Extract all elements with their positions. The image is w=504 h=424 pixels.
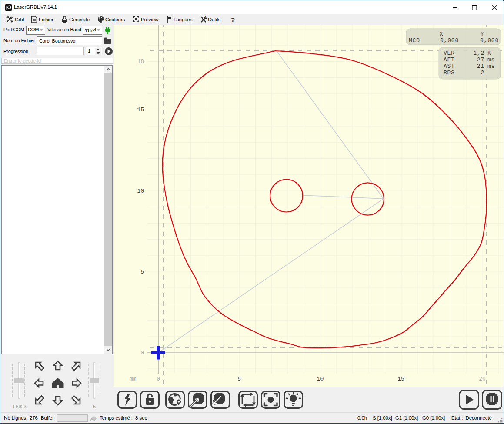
svg-text:RPS: RPS (444, 70, 455, 76)
svg-text:27: 27 (477, 57, 484, 63)
svg-text:5: 5 (237, 376, 241, 382)
svg-text:20: 20 (479, 376, 485, 382)
svg-text:10: 10 (317, 376, 324, 382)
svg-text:ms: ms (487, 57, 495, 63)
svg-text:0,000: 0,000 (480, 37, 499, 44)
svg-text:mm: mm (130, 376, 137, 382)
svg-text:MCO: MCO (409, 37, 420, 44)
svg-text:1,2: 1,2 (473, 50, 484, 57)
svg-text:0: 0 (140, 350, 144, 356)
svg-text:AST: AST (444, 63, 455, 70)
svg-text:Y: Y (481, 31, 484, 37)
svg-text:15: 15 (397, 376, 404, 382)
svg-text:18: 18 (137, 58, 144, 65)
svg-text:2: 2 (481, 70, 484, 76)
svg-text:15: 15 (137, 107, 144, 113)
svg-text:0,000: 0,000 (440, 37, 459, 44)
svg-text:ms: ms (487, 63, 495, 70)
svg-text:21: 21 (477, 63, 484, 70)
svg-text:X: X (440, 31, 444, 37)
svg-text:K: K (487, 50, 491, 57)
svg-text:AFT: AFT (444, 57, 455, 63)
svg-text:VER: VER (444, 50, 455, 57)
svg-text:10: 10 (137, 188, 144, 194)
svg-text:0: 0 (157, 376, 160, 382)
svg-text:5: 5 (140, 269, 144, 275)
